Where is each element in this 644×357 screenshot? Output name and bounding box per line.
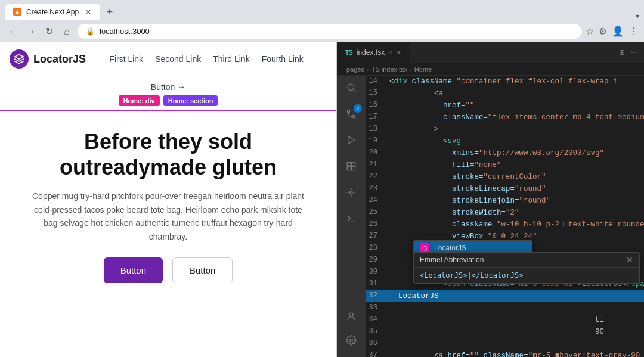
cta-button[interactable]: Button →: [151, 82, 185, 92]
main-area: LocatorJS First Link Second Link Third L…: [0, 42, 644, 357]
nav-link-first[interactable]: First Link: [109, 54, 143, 64]
svg-point-13: [349, 313, 353, 316]
activity-source-control[interactable]: 2: [344, 107, 358, 121]
code-line-26: 26 className="w-10 h-10 p-2 □text-white …: [366, 219, 644, 231]
reload-button[interactable]: ↻: [42, 24, 56, 39]
browser-content: LocatorJS First Link Second Link Third L…: [0, 42, 337, 357]
code-line-18: 18 >: [366, 123, 644, 135]
code-line-25: 25 strokeWidth="2": [366, 207, 644, 219]
nav-links: First Link Second Link Third Link Fourth…: [109, 54, 303, 64]
code-line-21: 21 fill="none": [366, 159, 644, 171]
modified-indicator: M: [388, 50, 392, 55]
emmet-title: Emmet Abbreviation: [420, 256, 484, 264]
address-actions: ☆ ⚙ 👤 ⋮: [586, 26, 638, 37]
new-tab-button[interactable]: +: [101, 4, 118, 20]
logo-text: LocatorJS: [33, 53, 86, 66]
code-line-37: 37 <a href="" className="mr-5 ■hover:tex…: [366, 350, 644, 357]
tab-dropdown-icon[interactable]: ▾: [636, 12, 639, 20]
lock-icon: 🔒: [86, 27, 95, 36]
bookmark-icon[interactable]: ☆: [586, 26, 594, 37]
hero-title: Before they sold outreadymade gluten: [25, 129, 311, 180]
code-line-22: 22 stroke="currentColor": [366, 171, 644, 183]
more-icon[interactable]: ⋮: [628, 26, 638, 37]
code-content[interactable]: 14 <div className="container flex flex-c…: [366, 76, 644, 357]
cta-area: Button → Home: div Home: section: [0, 76, 336, 111]
vscode-panel: TS index.tsx M ✕ ⊞ ⋯ pages › TS index.ts…: [337, 42, 644, 357]
address-bar: ← → ↻ ⌂ 🔒 localhost:3000 ☆ ⚙ 👤 ⋮: [0, 20, 644, 42]
activity-bar: 2: [337, 76, 366, 357]
home-button[interactable]: ⌂: [60, 24, 74, 39]
tab-end-controls: ▾: [636, 12, 644, 20]
nav-link-second[interactable]: Second Link: [155, 54, 201, 64]
vscode-tab-index[interactable]: TS index.tsx M ✕: [337, 42, 410, 63]
emmet-close-button[interactable]: ✕: [626, 255, 633, 265]
ts-icon: TS: [345, 49, 353, 56]
url-bar[interactable]: 🔒 localhost:3000: [78, 24, 582, 39]
tab-title: Create Next App: [26, 8, 80, 16]
vscode-body: 2: [337, 76, 644, 357]
vscode-tabs: TS index.tsx M ✕ ⊞ ⋯: [337, 42, 644, 63]
nav-link-fourth[interactable]: Fourth Link: [262, 54, 304, 64]
autocomplete-label: LocatorJS: [434, 244, 466, 252]
tab-close-button[interactable]: ✕: [85, 7, 92, 17]
secondary-button[interactable]: Button: [172, 257, 233, 283]
breadcrumb-sep-2: ›: [410, 66, 412, 73]
code-line-36: 36: [366, 338, 644, 350]
extensions-icon[interactable]: ⚙: [599, 26, 607, 37]
breadcrumb-pages[interactable]: pages: [346, 66, 364, 73]
activity-settings[interactable]: [344, 333, 358, 347]
svg-point-11: [350, 191, 353, 194]
activity-bottom: [344, 309, 358, 352]
primary-button[interactable]: Button: [104, 257, 163, 283]
svg-line-3: [353, 89, 355, 92]
logo-icon: [10, 49, 29, 69]
svg-rect-7: [347, 162, 351, 166]
hero-description: Copper mug try-hard pitchfork pour-over …: [31, 190, 305, 243]
activity-locator[interactable]: [344, 185, 358, 200]
badge-home-section[interactable]: Home: section: [163, 95, 218, 106]
emmet-body: <LocatorJS>|</LocatorJS>: [414, 268, 639, 283]
autocomplete-type-icon: ⬡: [420, 243, 429, 253]
code-line-35: 35 90: [366, 326, 644, 338]
nav-link-third[interactable]: Third Link: [213, 54, 249, 64]
code-line-32: 32 LocatorJS: [366, 290, 644, 302]
breadcrumb-sep-1: ›: [367, 66, 369, 73]
back-button[interactable]: ←: [6, 24, 20, 39]
emmet-code: <LocatorJS>|</LocatorJS>: [420, 271, 523, 280]
activity-search[interactable]: [344, 80, 358, 95]
svg-point-14: [350, 339, 353, 342]
forward-button[interactable]: →: [24, 24, 38, 39]
code-line-33: 33: [366, 302, 644, 314]
locator-badges: Home: div Home: section: [119, 95, 218, 106]
breadcrumb-symbol[interactable]: Home: [414, 66, 432, 73]
code-line-17: 17 className="flex items-center mb-4 fon…: [366, 111, 644, 123]
code-line-20: 20 xmlns="http://www.w3.org/2000/svg": [366, 147, 644, 159]
breadcrumb: pages › TS index.tsx › Home: [337, 63, 644, 76]
split-editor-icon[interactable]: ⊞: [619, 48, 625, 57]
code-line-19: 19 <svg: [366, 135, 644, 147]
vscode-toolbar: ⊞ ⋯: [613, 48, 644, 57]
emmet-header: Emmet Abbreviation ✕: [414, 253, 639, 268]
activity-run[interactable]: [344, 133, 358, 147]
tab-close[interactable]: ✕: [396, 49, 401, 57]
badge-home-div[interactable]: Home: div: [119, 95, 160, 106]
activity-extensions[interactable]: [344, 159, 358, 173]
browser-tab[interactable]: Create Next App ✕: [5, 4, 100, 20]
svg-marker-1: [15, 55, 24, 60]
code-line-24: 24 strokeLinejoin="round": [366, 195, 644, 207]
code-line-15: 15 <a: [366, 88, 644, 100]
emmet-popup: Emmet Abbreviation ✕ <LocatorJS>|</Locat…: [413, 252, 640, 284]
tab-filename: index.tsx: [357, 48, 385, 57]
svg-point-5: [352, 115, 355, 118]
activity-account[interactable]: [344, 309, 358, 324]
svg-rect-10: [352, 167, 355, 170]
breadcrumb-file[interactable]: TS index.tsx: [371, 66, 408, 73]
more-actions-icon[interactable]: ⋯: [631, 48, 638, 57]
editor-area: 14 <div className="container flex flex-c…: [366, 76, 644, 357]
profile-icon[interactable]: 👤: [612, 26, 624, 37]
hero-section: Before they sold outreadymade gluten Cop…: [0, 111, 336, 357]
activity-terminal[interactable]: [344, 212, 358, 226]
hero-buttons: Button Button: [104, 257, 233, 283]
code-line-34: 34 ti: [366, 314, 644, 326]
url-text: localhost:3000: [100, 27, 150, 36]
